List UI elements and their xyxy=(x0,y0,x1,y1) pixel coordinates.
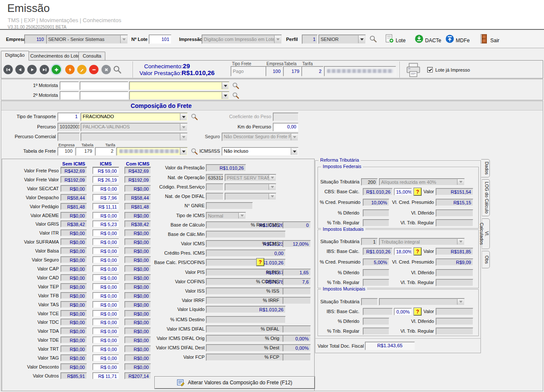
icms-value-field[interactable]: R$ 0,00 xyxy=(93,346,119,352)
pct-dest-field[interactable]: 0,00% xyxy=(283,344,311,351)
sem-icms-value-field[interactable]: R$0,00 xyxy=(61,292,87,299)
motorista2-search-icon[interactable] xyxy=(232,92,240,101)
side-tab-vl-calculados[interactable]: Vl. Calculados xyxy=(482,218,490,249)
tab-digitacao[interactable]: Digitação xyxy=(1,51,29,61)
fed-base-field[interactable]: R$1.010,26 xyxy=(363,188,393,195)
chevron-down-icon[interactable] xyxy=(269,184,275,190)
chevron-down-icon[interactable] xyxy=(291,148,298,155)
chevron-down-icon[interactable] xyxy=(457,299,464,305)
icms-value-field[interactable]: R$ 0,00 xyxy=(93,283,119,290)
sair-button[interactable] xyxy=(480,34,487,45)
percurso-comercial-code-field[interactable] xyxy=(58,133,80,141)
first-record-button[interactable] xyxy=(3,65,13,74)
mdfe-button[interactable] xyxy=(446,35,454,45)
mun-vl-diferido-field[interactable] xyxy=(436,318,473,325)
icms-value-field[interactable]: R$ 0,00 xyxy=(93,247,119,254)
icms-value-field[interactable]: R$ 0,00 xyxy=(93,265,119,272)
pct-difal-field[interactable] xyxy=(283,325,311,333)
km-percurso-field[interactable]: 0,00 xyxy=(273,123,298,131)
com-icms-value-field[interactable]: R$207,14 xyxy=(124,372,151,379)
tf-tabela-field[interactable]: 179 xyxy=(75,147,94,156)
sem-icms-value-field[interactable]: R$81,48 xyxy=(61,203,87,210)
chevron-down-icon[interactable] xyxy=(457,239,464,244)
sem-icms-value-field[interactable]: R$432,69 xyxy=(61,167,87,174)
mdfe-button-label[interactable]: MDFe xyxy=(456,38,470,44)
icms-value-field[interactable]: R$ 7,96 xyxy=(93,194,119,201)
icms-value-field[interactable]: R$ 0,00 xyxy=(93,354,119,361)
quick-action-button[interactable] xyxy=(65,65,75,74)
sem-icms-value-field[interactable]: R$0,00 xyxy=(61,346,87,352)
sem-icms-value-field[interactable]: R$0,00 xyxy=(61,310,87,317)
nat-operacao-combo[interactable]: PREST SERV TRANSI xyxy=(225,174,276,181)
cod-prest-servico-code-field[interactable] xyxy=(206,183,223,191)
mun-situacao-code-field[interactable] xyxy=(361,298,378,305)
sem-icms-value-field[interactable]: R$0,00 xyxy=(61,229,87,236)
sem-icms-value-field[interactable]: R$0,00 xyxy=(61,337,87,343)
icms-value-field[interactable]: R$ 0,00 xyxy=(93,363,119,370)
mun-vl-trib-field[interactable] xyxy=(436,328,473,335)
icms-value-field[interactable]: R$ 26,19 xyxy=(93,176,119,183)
tf-empresa-field[interactable]: 100 xyxy=(58,147,75,156)
chevron-down-icon[interactable] xyxy=(358,35,365,43)
motorista1-code-field[interactable] xyxy=(60,81,79,90)
credito-pres-icms-field[interactable]: 0,00 xyxy=(206,250,286,257)
sem-icms-value-field[interactable]: R$0,00 xyxy=(61,247,87,254)
motorista1-name-combo[interactable] xyxy=(129,81,229,90)
icms-value-field[interactable]: R$ 0,00 xyxy=(93,328,119,334)
rb-tarifa-field[interactable]: 2 xyxy=(301,66,324,76)
chevron-down-icon[interactable] xyxy=(269,194,275,199)
est-vl-diferido-field[interactable] xyxy=(436,269,473,276)
sem-icms-value-field[interactable]: R$0,00 xyxy=(61,354,87,361)
rb-tabela-field[interactable]: 179 xyxy=(283,66,301,76)
impressao-combo[interactable]: Digitação com Impressão em Lote xyxy=(202,35,282,44)
mun-base-field[interactable] xyxy=(363,308,393,315)
sem-icms-value-field[interactable]: R$192,09 xyxy=(61,176,87,183)
side-tab-dados[interactable]: Dados xyxy=(481,159,490,177)
pct-iss-field[interactable] xyxy=(283,287,311,295)
rb-tarifa-description-field[interactable] xyxy=(324,66,396,76)
valor-liquido-field[interactable]: R$1.010,26 xyxy=(206,306,286,313)
icms-value-field[interactable]: R$ 0,00 xyxy=(93,301,119,308)
sem-icms-value-field[interactable]: R$0,00 xyxy=(61,319,87,325)
chevron-down-icon[interactable] xyxy=(180,124,187,131)
cancel-button[interactable] xyxy=(101,65,111,74)
num-lote-field[interactable]: 101 xyxy=(149,35,171,44)
pct-cofins-field[interactable]: 7,6 xyxy=(283,278,311,285)
motorista2-code-field[interactable] xyxy=(60,91,79,100)
base-pis-cofins-field[interactable]: R$1.010,26 xyxy=(206,259,286,266)
chevron-down-icon[interactable] xyxy=(274,35,281,43)
chevron-down-icon[interactable] xyxy=(457,179,464,185)
perfil-name-combo[interactable]: SENIOR xyxy=(318,35,366,44)
sem-icms-value-field[interactable]: R$58,44 xyxy=(61,194,87,201)
cod-prest-servico-combo[interactable] xyxy=(225,183,276,191)
empresa-name-combo[interactable]: SENIOR - Senior Sistemas xyxy=(46,35,128,44)
lote-button-label[interactable]: Lote xyxy=(396,38,405,44)
pct-irrf-field[interactable] xyxy=(283,297,311,304)
side-tab-obs[interactable]: Obs xyxy=(482,251,490,268)
fed-situacao-code-field[interactable]: 200 xyxy=(361,178,378,186)
last-record-button[interactable] xyxy=(40,65,49,74)
seguro-combo[interactable]: Não Descontar Seguro do Frete P xyxy=(222,133,298,141)
valor-prestacao-field[interactable]: R$1.010,26 xyxy=(206,164,246,171)
pct-icms-field[interactable]: 12,00% xyxy=(283,240,311,247)
red-icms-field[interactable]: 0 xyxy=(283,221,311,229)
tab-consulta[interactable]: Consulta xyxy=(78,52,105,61)
coeficiente-peso-field[interactable] xyxy=(273,113,298,121)
icms-value-field[interactable]: R$ 11,71 xyxy=(93,372,119,379)
pct-fcp-field[interactable] xyxy=(283,354,311,361)
est-vl-trib-field[interactable] xyxy=(436,279,473,286)
nat-operacao-code-field[interactable]: 635312 xyxy=(206,174,223,181)
fed-valor-field[interactable]: R$151,54 xyxy=(436,188,473,195)
icms-value-field[interactable]: R$ 0,00 xyxy=(93,337,119,343)
chevron-down-icon[interactable] xyxy=(222,92,229,99)
delete-record-button[interactable] xyxy=(89,65,98,74)
motorista1-search-icon[interactable] xyxy=(232,82,240,91)
sem-icms-value-field[interactable]: R$0,00 xyxy=(61,265,87,272)
sem-icms-value-field[interactable]: R$0,00 xyxy=(61,328,87,334)
motorista1-doc-field[interactable] xyxy=(80,81,128,90)
icms-value-field[interactable]: R$ 59,00 xyxy=(93,167,119,174)
est-cred-vl-field[interactable]: R$9,09 xyxy=(436,258,473,266)
est-situacao-code-field[interactable]: 1 xyxy=(361,238,378,245)
fed-vl-diferido-field[interactable] xyxy=(436,209,473,217)
chevron-down-icon[interactable] xyxy=(238,213,245,218)
